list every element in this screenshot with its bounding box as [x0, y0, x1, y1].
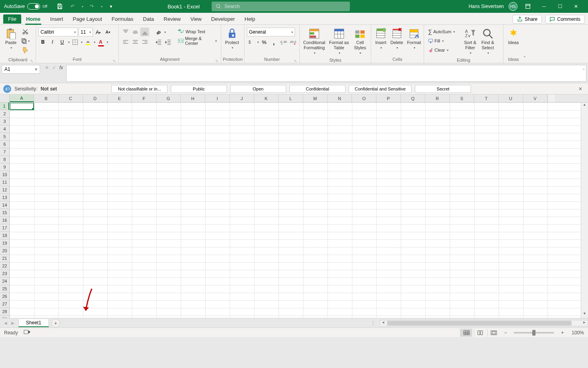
sensitivity-option-0[interactable]: Not classifiable or in...: [111, 85, 168, 93]
clear-button[interactable]: Clear▾: [426, 46, 461, 54]
column-header[interactable]: C: [59, 95, 83, 102]
conditional-formatting-button[interactable]: Conditional Formatting▾: [302, 27, 326, 56]
format-cells-button[interactable]: Format▾: [406, 27, 422, 51]
column-header[interactable]: T: [474, 95, 499, 102]
sheet-tab-active[interactable]: Sheet1: [18, 319, 49, 327]
sensitivity-option-3[interactable]: Confidential: [289, 85, 346, 93]
tab-view[interactable]: View: [186, 14, 206, 24]
orientation-icon[interactable]: ab: [154, 28, 163, 36]
accounting-format-icon[interactable]: $: [247, 38, 256, 46]
maximize-icon[interactable]: ☐: [554, 1, 566, 12]
row-header[interactable]: 16: [0, 217, 9, 224]
close-icon[interactable]: ✕: [570, 1, 582, 12]
decrease-decimal-icon[interactable]: .00.0: [289, 38, 297, 46]
select-all-corner[interactable]: [0, 95, 10, 102]
protect-button[interactable]: Protect ▾: [224, 27, 240, 51]
column-header[interactable]: K: [254, 95, 279, 102]
merge-center-button[interactable]: Merge & Center▾: [176, 36, 218, 45]
row-header[interactable]: 25: [0, 285, 9, 293]
qat-customize-icon[interactable]: ▾: [107, 2, 115, 11]
formula-input[interactable]: ⌄: [66, 65, 586, 82]
row-header[interactable]: 5: [0, 133, 9, 141]
column-header[interactable]: A: [10, 95, 34, 102]
italic-icon[interactable]: I: [48, 38, 57, 46]
autosave-toggle[interactable]: [27, 3, 40, 10]
horizontal-scrollbar[interactable]: ◄ ►: [380, 320, 588, 326]
number-format-combo[interactable]: General▾: [247, 28, 295, 36]
row-header[interactable]: 13: [0, 194, 9, 201]
comments-button[interactable]: Comments: [545, 15, 585, 24]
scroll-left-icon[interactable]: ◄: [380, 320, 386, 326]
sort-filter-button[interactable]: AZ Sort & Filter▾: [462, 27, 479, 56]
row-header[interactable]: 2: [0, 110, 9, 118]
sensitivity-option-5[interactable]: Secret: [415, 85, 471, 93]
formula-cancel-icon[interactable]: ✕: [45, 65, 49, 70]
row-header[interactable]: 8: [0, 156, 9, 163]
zoom-thumb[interactable]: [532, 330, 535, 336]
align-center-icon[interactable]: [131, 38, 139, 46]
row-header[interactable]: 20: [0, 247, 9, 255]
align-bottom-icon[interactable]: [140, 28, 149, 36]
font-dialog-launcher[interactable]: ⤡: [113, 59, 116, 63]
row-header[interactable]: 1: [0, 103, 9, 110]
redo-icon[interactable]: ↷: [87, 2, 96, 11]
font-name-combo[interactable]: Calibri▾: [38, 28, 78, 36]
tab-home[interactable]: Home: [21, 14, 45, 24]
row-header[interactable]: 17: [0, 224, 9, 232]
zoom-value[interactable]: 100%: [572, 330, 584, 336]
font-size-combo[interactable]: 11▾: [79, 28, 93, 36]
borders-icon[interactable]: [71, 38, 79, 46]
row-header[interactable]: 10: [0, 171, 9, 179]
share-button[interactable]: Share: [513, 15, 542, 24]
align-right-icon[interactable]: [140, 38, 149, 46]
scroll-right-icon[interactable]: ►: [581, 320, 588, 326]
formula-expand-icon[interactable]: ⌄: [582, 66, 585, 70]
scroll-down-icon[interactable]: ▼: [581, 312, 588, 318]
collapse-ribbon-icon[interactable]: ˄: [523, 56, 526, 61]
selected-cell[interactable]: [10, 103, 34, 110]
cells-area[interactable]: [10, 103, 581, 318]
undo-drop[interactable]: ▾: [82, 5, 83, 8]
row-header[interactable]: 18: [0, 232, 9, 239]
paste-button[interactable]: Paste ▾: [2, 27, 19, 51]
row-header[interactable]: 29: [0, 316, 9, 318]
tab-page-layout[interactable]: Page Layout: [68, 14, 107, 24]
search-box[interactable]: Search: [212, 2, 350, 11]
sheet-split-handle[interactable]: ⋮: [368, 320, 380, 326]
row-header[interactable]: 9: [0, 163, 9, 171]
column-header[interactable]: R: [425, 95, 450, 102]
delete-cells-button[interactable]: Delete▾: [389, 27, 405, 51]
tab-developer[interactable]: Developer: [206, 14, 240, 24]
column-header[interactable]: Q: [401, 95, 425, 102]
macro-record-icon[interactable]: [24, 329, 30, 336]
tab-review[interactable]: Review: [159, 14, 186, 24]
row-header[interactable]: 15: [0, 209, 9, 217]
insert-function-icon[interactable]: fx: [59, 65, 63, 70]
decrease-font-icon[interactable]: A▾: [103, 28, 112, 36]
column-header[interactable]: J: [230, 95, 254, 102]
tab-file[interactable]: File: [3, 14, 21, 24]
new-sheet-button[interactable]: +: [51, 319, 60, 328]
zoom-in-icon[interactable]: +: [558, 328, 567, 337]
row-header[interactable]: 3: [0, 118, 9, 125]
column-header[interactable]: G: [156, 95, 181, 102]
tab-help[interactable]: Help: [240, 14, 260, 24]
row-header[interactable]: 27: [0, 300, 9, 308]
sheet-nav-next-icon[interactable]: ►: [10, 320, 15, 326]
column-header[interactable]: U: [499, 95, 523, 102]
sensitivity-option-1[interactable]: Public: [171, 85, 227, 93]
font-color-icon[interactable]: A: [96, 38, 105, 46]
bold-icon[interactable]: B: [38, 38, 47, 46]
column-header[interactable]: P: [376, 95, 401, 102]
align-left-icon[interactable]: [121, 38, 130, 46]
vertical-scrollbar[interactable]: ▲ ▼: [581, 103, 588, 318]
increase-decimal-icon[interactable]: .0.00: [279, 38, 288, 46]
minimize-icon[interactable]: ─: [538, 1, 550, 12]
fill-color-icon[interactable]: [83, 38, 92, 46]
underline-icon[interactable]: U: [58, 38, 67, 46]
column-header[interactable]: D: [83, 95, 107, 102]
column-header[interactable]: N: [327, 95, 352, 102]
wrap-text-button[interactable]: abWrap Text: [176, 27, 218, 36]
increase-font-icon[interactable]: A▴: [94, 28, 103, 36]
row-header[interactable]: 24: [0, 278, 9, 285]
